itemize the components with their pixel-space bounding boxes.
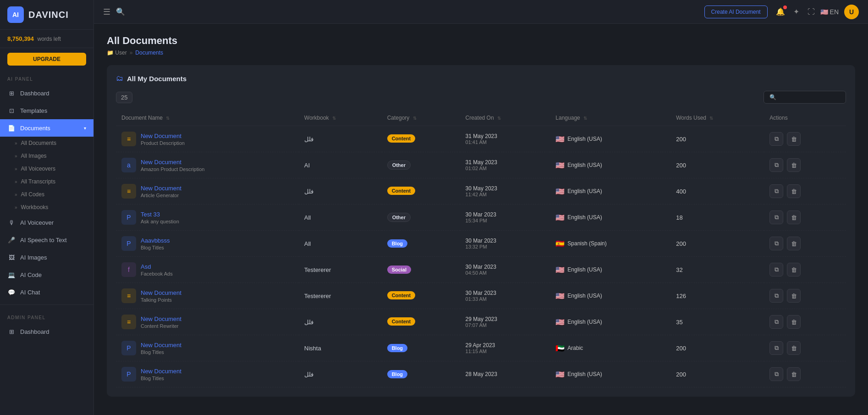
- copy-button[interactable]: ⧉: [769, 367, 783, 381]
- doc-actions: ⧉ 🗑: [764, 361, 846, 387]
- language-label: English (USA): [567, 214, 602, 221]
- chat-icon: 💬: [7, 288, 16, 296]
- sidebar-item-label: Dashboard: [20, 90, 49, 97]
- topbar-search-icon[interactable]: 🔍: [116, 7, 125, 16]
- delete-button[interactable]: 🗑: [787, 210, 801, 224]
- doc-template: Blog Titles: [141, 245, 170, 250]
- category-badge: Other: [387, 213, 411, 222]
- doc-name-cell: ≡ New Document Article Generator: [116, 178, 299, 205]
- table-row: ≡ New Document Product Description فلل C…: [116, 126, 846, 152]
- doc-workbook: Testererer: [299, 283, 382, 309]
- language-flag: 🇺🇸: [555, 292, 565, 300]
- copy-button[interactable]: ⧉: [769, 237, 783, 250]
- table-row: P New Document Blog Titles فلل Blog 28 M…: [116, 361, 846, 387]
- search-input[interactable]: [779, 94, 843, 100]
- delete-button[interactable]: 🗑: [787, 158, 801, 172]
- create-ai-document-button[interactable]: Create AI Document: [704, 6, 768, 18]
- doc-name-link[interactable]: New Document: [141, 342, 181, 349]
- doc-name-link[interactable]: New Document: [141, 159, 204, 166]
- hamburger-icon[interactable]: ☰: [103, 7, 110, 17]
- delete-button[interactable]: 🗑: [787, 315, 801, 329]
- sidebar-item-templates[interactable]: ⊡ Templates: [0, 102, 93, 119]
- notification-icon[interactable]: 🔔: [776, 7, 785, 16]
- doc-words: 32: [670, 257, 764, 283]
- avatar[interactable]: U: [844, 5, 859, 19]
- sub-nav-all-documents[interactable]: All Documents: [0, 137, 93, 149]
- doc-name-link[interactable]: New Document: [141, 185, 181, 192]
- doc-template: Amazon Product Description: [141, 166, 204, 172]
- upgrade-button[interactable]: UPGRADE: [7, 53, 86, 66]
- delete-button[interactable]: 🗑: [787, 184, 801, 198]
- doc-language: 🇺🇸 English (USA): [550, 178, 670, 205]
- copy-button[interactable]: ⧉: [769, 132, 783, 146]
- copy-button[interactable]: ⧉: [769, 158, 783, 172]
- sidebar-item-dashboard[interactable]: ⊞ Dashboard: [0, 84, 93, 102]
- language-flag: 🇺🇸: [555, 213, 565, 222]
- doc-name-link[interactable]: New Document: [141, 368, 181, 375]
- count-badge: 25: [116, 92, 132, 103]
- doc-name-cell: P Aaavbbsss Blog Titles: [116, 231, 299, 257]
- sidebar-item-admin-dashboard[interactable]: ⊞ Dashboard: [0, 323, 93, 340]
- doc-icon: a: [121, 158, 136, 172]
- table-row: P Test 33 Ask any question All Other 30 …: [116, 205, 846, 231]
- doc-category: Content: [382, 126, 460, 152]
- doc-name-cell: f Asd Facebook Ads: [116, 257, 299, 283]
- doc-name-link[interactable]: Asd: [141, 263, 173, 270]
- doc-name-link[interactable]: Test 33: [141, 211, 179, 218]
- copy-button[interactable]: ⧉: [769, 315, 783, 329]
- settings-icon[interactable]: ✦: [793, 7, 799, 16]
- language-flag[interactable]: 🇺🇸 EN: [820, 8, 839, 16]
- templates-icon: ⊡: [7, 106, 16, 115]
- copy-button[interactable]: ⧉: [769, 184, 783, 198]
- doc-name-link[interactable]: Aaavbbsss: [141, 237, 170, 244]
- copy-button[interactable]: ⧉: [769, 289, 783, 303]
- delete-button[interactable]: 🗑: [787, 341, 801, 355]
- sidebar-item-documents[interactable]: 📄 Documents ▾: [0, 119, 93, 137]
- doc-template: Blog Titles: [141, 376, 181, 381]
- sub-nav-workbooks[interactable]: Workbooks: [0, 201, 93, 214]
- doc-name-cell: P Test 33 Ask any question: [116, 205, 299, 231]
- sub-nav-all-transcripts[interactable]: All Transcripts: [0, 175, 93, 188]
- delete-button[interactable]: 🗑: [787, 237, 801, 250]
- sidebar-item-ai-voiceover[interactable]: 🎙 AI Voiceover: [0, 214, 93, 231]
- sort-icon: ⇅: [583, 116, 587, 121]
- doc-language: 🇪🇸 Spanish (Spain): [550, 231, 670, 257]
- fullscreen-icon[interactable]: ⛶: [808, 8, 815, 16]
- sidebar-item-ai-code[interactable]: 💻 AI Code: [0, 266, 93, 283]
- copy-button[interactable]: ⧉: [769, 210, 783, 224]
- copy-button[interactable]: ⧉: [769, 263, 783, 277]
- category-badge: Social: [387, 266, 411, 274]
- delete-button[interactable]: 🗑: [787, 289, 801, 303]
- col-workbook: Workbook ⇅: [299, 110, 382, 126]
- doc-name-cell: P New Document Blog Titles: [116, 335, 299, 361]
- copy-button[interactable]: ⧉: [769, 341, 783, 355]
- doc-name-link[interactable]: New Document: [141, 289, 181, 296]
- sub-nav-all-images[interactable]: All Images: [0, 149, 93, 162]
- delete-button[interactable]: 🗑: [787, 263, 801, 277]
- sidebar-item-label: AI Speech to Text: [20, 237, 67, 243]
- sidebar-item-ai-images[interactable]: 🖼 AI Images: [0, 249, 93, 266]
- col-category: Category ⇅: [382, 110, 460, 126]
- search-box[interactable]: 🔍: [764, 91, 846, 104]
- doc-name-link[interactable]: New Document: [141, 133, 185, 139]
- table-toolbar: 25 🔍: [116, 91, 846, 104]
- doc-language: 🇦🇪 Arabic: [550, 335, 670, 361]
- sub-nav-all-codes[interactable]: All Codes: [0, 188, 93, 201]
- doc-actions: ⧉ 🗑: [764, 309, 846, 335]
- language-label: English (USA): [567, 136, 602, 142]
- doc-name-link[interactable]: New Document: [141, 315, 181, 322]
- delete-button[interactable]: 🗑: [787, 132, 801, 146]
- sidebar-item-ai-speech[interactable]: 🎤 AI Speech to Text: [0, 231, 93, 249]
- sidebar-item-ai-chat[interactable]: 💬 AI Chat: [0, 283, 93, 301]
- sort-icon: ⇅: [332, 116, 336, 121]
- category-badge: Content: [387, 134, 416, 143]
- sort-icon: ⇅: [413, 116, 417, 121]
- sub-nav-all-voiceovers[interactable]: All Voiceovers: [0, 162, 93, 175]
- doc-language: 🇺🇸 English (USA): [550, 361, 670, 387]
- delete-button[interactable]: 🗑: [787, 367, 801, 381]
- table-row: P Aaavbbsss Blog Titles All Blog 30 Mar …: [116, 231, 846, 257]
- microphone-icon: 🎙: [7, 218, 16, 227]
- table-row: f Asd Facebook Ads Testererer Social 30 …: [116, 257, 846, 283]
- doc-workbook: Nishta: [299, 335, 382, 361]
- table-body: ≡ New Document Product Description فلل C…: [116, 126, 846, 387]
